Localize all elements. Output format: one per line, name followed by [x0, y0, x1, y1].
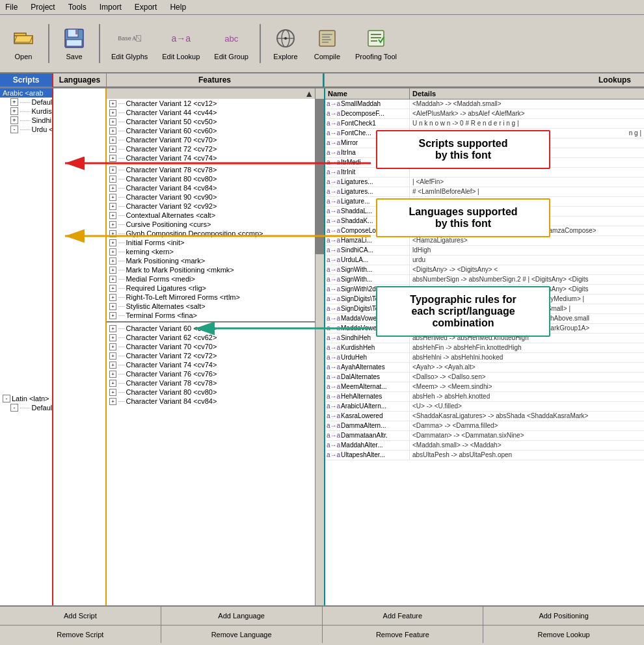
feature-cv84[interactable]: + ······· Character Variant 84 <cv84>	[107, 183, 315, 192]
exp-cv92[interactable]: +	[109, 203, 116, 210]
exp-latin-cv62[interactable]: +	[109, 334, 116, 341]
feature-kern[interactable]: + ······· kerning <kern>	[107, 247, 315, 256]
lookup-row-17[interactable]: a→a SignWith... <DigitsAny> -> <DigitsAn…	[325, 265, 644, 275]
expand-urdu[interactable]: -	[10, 125, 18, 133]
remove-language-button[interactable]: Remove Language	[161, 625, 323, 643]
script-kurdish[interactable]: + ········ Kurdish <KUR	[0, 107, 52, 116]
feature-rtlm[interactable]: + ······· Right-To-Left Mirrored Forms <…	[107, 293, 315, 302]
add-positioning-button[interactable]: Add Positioning	[483, 607, 644, 625]
lookup-row-0[interactable]: a→a SmallMaddah <Maddah> -> <Maddah.smal…	[325, 99, 644, 109]
exp-cv50[interactable]: +	[109, 118, 116, 125]
feature-latin-cv70[interactable]: + ······· Character Variant 70 <cv70>	[107, 342, 315, 351]
compile-button[interactable]: Compile	[308, 19, 347, 68]
exp-calt[interactable]: +	[109, 212, 116, 219]
scripts-scroll[interactable]: Arabic <arab + ········ Default <dflt> +…	[0, 88, 52, 605]
menu-project[interactable]: Project	[28, 1, 57, 13]
exp-cv80[interactable]: +	[109, 176, 116, 183]
exp-cv72[interactable]: +	[109, 146, 116, 153]
feature-mkmk[interactable]: + ······· Mark to Mark Positioning <mkmk…	[107, 265, 315, 274]
exp-cv60[interactable]: +	[109, 127, 116, 135]
exp-rlig[interactable]: +	[109, 285, 116, 292]
lookup-row-9[interactable]: a→a Ligatures... # <LamInIBeforeAlef> |	[325, 187, 644, 197]
lookup-row-35[interactable]: a→a MaddahAlter... <Maddah.small> -> <Ma…	[325, 441, 644, 451]
exp-latin-cv72[interactable]: +	[109, 352, 116, 360]
remove-lookup-button[interactable]: Remove Lookup	[483, 625, 644, 643]
lookup-row-1[interactable]: a→a DecomposeF... <AlefPlusMark> -> absA…	[325, 109, 644, 119]
exp-cv44[interactable]: +	[109, 109, 116, 116]
lookup-row-31[interactable]: a→a ArabicUAltern... <U> -> <U.filled>	[325, 402, 644, 412]
exp-latin-cv78[interactable]: +	[109, 380, 116, 387]
feature-cv80[interactable]: + ······· Character Variant 80 <cv80>	[107, 174, 315, 183]
feature-latin-cv72[interactable]: + ······· Character Variant 72 <cv72>	[107, 351, 315, 360]
feature-salt[interactable]: + ······· Stylistic Alternates <salt>	[107, 302, 315, 311]
explore-button[interactable]: Explore	[266, 19, 305, 68]
feature-latin-cv74[interactable]: + ······· Character Variant 74 <cv74>	[107, 360, 315, 369]
exp-latin-cv60[interactable]: +	[109, 325, 116, 332]
feature-latin-cv84[interactable]: + ······· Character Variant 84 <cv84>	[107, 397, 315, 406]
exp-cv90[interactable]: +	[109, 194, 116, 201]
exp-cv12[interactable]: +	[109, 100, 116, 107]
remove-feature-button[interactable]: Remove Feature	[323, 625, 484, 643]
exp-latin-cv76[interactable]: +	[109, 371, 116, 378]
add-script-button[interactable]: Add Script	[0, 607, 161, 625]
proofing-tool-button[interactable]: Proofing Tool	[349, 19, 403, 68]
exp-cv70[interactable]: +	[109, 137, 116, 144]
script-latin[interactable]: - Latin <latn>	[0, 394, 52, 403]
add-language-button[interactable]: Add Language	[161, 607, 323, 625]
lookup-row-2[interactable]: a→a FontCheck1 U n k n o w n -> 0 # R e …	[325, 119, 644, 129]
feature-latin-cv76[interactable]: + ······· Character Variant 76 <cv76>	[107, 369, 315, 378]
feature-cv44[interactable]: + ······· Character Variant 44 <cv44>	[107, 108, 315, 117]
lookup-row-25[interactable]: a→a KurdishHeh absHehFin -> absHehFin.kn…	[325, 343, 644, 353]
exp-mkmk[interactable]: +	[109, 267, 116, 274]
edit-group-button[interactable]: abc Edit Group	[208, 19, 254, 68]
lookup-row-27[interactable]: a→a AyahAlternates <Ayah> -> <Ayah.alt>	[325, 363, 644, 373]
expand-sindhi[interactable]: +	[10, 116, 18, 124]
open-button[interactable]: Open	[4, 19, 43, 68]
feature-cv72[interactable]: + ······· Character Variant 72 <cv72>	[107, 144, 315, 153]
menu-help[interactable]: Help	[167, 1, 189, 13]
menu-tools[interactable]: Tools	[66, 1, 89, 13]
feature-cv50[interactable]: + ······· Character Variant 50 <cv50>	[107, 117, 315, 126]
exp-kern[interactable]: +	[109, 248, 116, 256]
lookup-row-16[interactable]: a→a UrduLA... urdu	[325, 256, 644, 265]
script-arabic[interactable]: Arabic <arab	[0, 88, 52, 98]
script-urdu[interactable]: - ········ Urdu <URD>	[0, 125, 52, 134]
edit-glyphs-button[interactable]: Base A Edit Glyphs	[105, 19, 154, 68]
lookup-row-18[interactable]: a→a SignWith... absNumberSign -> absNumb…	[325, 275, 644, 285]
exp-latin-cv80[interactable]: +	[109, 389, 116, 396]
add-feature-button[interactable]: Add Feature	[323, 607, 484, 625]
exp-medi[interactable]: +	[109, 276, 116, 283]
lookup-row-34[interactable]: a→a DammataanAltr. <Dammatan> -> <Dammat…	[325, 431, 644, 441]
scroll-up-arrow[interactable]: ▲	[304, 88, 314, 99]
remove-script-button[interactable]: Remove Script	[0, 625, 161, 643]
expand-kurdish[interactable]: +	[10, 107, 18, 115]
expand-latin-default[interactable]: -	[10, 404, 18, 412]
lookup-row-30[interactable]: a→a HehAlternates absHeh -> absHeh.knott…	[325, 392, 644, 402]
expand-latin[interactable]: -	[3, 395, 10, 402]
feature-medi[interactable]: + ······· Medial Forms <medi>	[107, 274, 315, 283]
script-sindhi[interactable]: + ········ Sindhi <SND	[0, 116, 52, 125]
feature-cv12[interactable]: + ······· Character Variant 12 <cv12>	[107, 99, 315, 108]
menu-export[interactable]: Export	[132, 1, 160, 13]
lookups-table-body[interactable]: a→a SmallMaddah <Maddah> -> <Maddah.smal…	[325, 99, 644, 605]
feature-rlig[interactable]: + ······· Required Ligatures <rlig>	[107, 283, 315, 293]
lookup-row-28[interactable]: a→a DalAlternates <Dallso> -> <Dallso.se…	[325, 373, 644, 382]
feature-cv70[interactable]: + ······· Character Variant 70 <cv70>	[107, 135, 315, 144]
lookup-row-32[interactable]: a→a KasraLowered <ShaddaKasraLigatures> …	[325, 412, 644, 421]
lookup-row-8[interactable]: a→a Ligatures... | <AlefFin>	[325, 178, 644, 187]
feature-mark[interactable]: + ······· Mark Positioning <mark>	[107, 256, 315, 265]
feature-latin-cv80[interactable]: + ······· Character Variant 80 <cv80>	[107, 388, 315, 397]
lookup-row-15[interactable]: a→a SindhiCA... ldHigh	[325, 246, 644, 256]
lookup-row-29[interactable]: a→a MeemAlternat... <Meem> -> <Meem.sind…	[325, 382, 644, 392]
feature-calt[interactable]: + ······· Contextual Alternates <calt>	[107, 211, 315, 220]
lookup-row-36[interactable]: a→a UltapeshAlter... absUltaPesh -> absU…	[325, 451, 644, 460]
lookup-row-26[interactable]: a→a UrduHeh absHehlni -> absHehlni.hooke…	[325, 353, 644, 363]
script-default[interactable]: + ········ Default <dflt>	[0, 98, 52, 107]
script-latin-default[interactable]: - ········ Default <dflt>	[0, 403, 52, 412]
menu-import[interactable]: Import	[97, 1, 124, 13]
exp-fina[interactable]: +	[109, 312, 116, 319]
exp-latin-cv74[interactable]: +	[109, 362, 116, 369]
feature-latin-cv78[interactable]: + ······· Character Variant 78 <cv78>	[107, 378, 315, 388]
exp-cv84[interactable]: +	[109, 185, 116, 192]
menu-file[interactable]: File	[3, 1, 20, 13]
